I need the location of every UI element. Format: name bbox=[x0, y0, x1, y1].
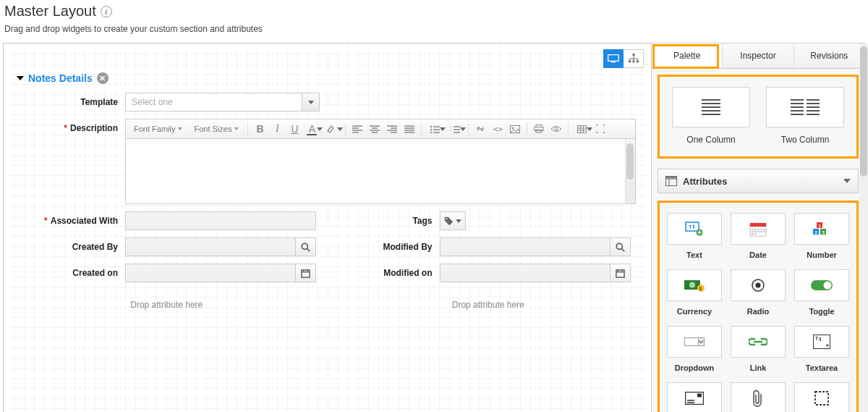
attr-spacer[interactable]: Spacer bbox=[794, 382, 849, 412]
chevron-down-icon bbox=[843, 179, 851, 183]
palette-sidebar: Palette Inspector Revisions One Column T… bbox=[652, 43, 864, 412]
svg-rect-35 bbox=[760, 229, 762, 230]
associated-with-field[interactable] bbox=[125, 211, 316, 230]
rte-align-left-button[interactable] bbox=[349, 121, 365, 137]
rte-fullscreen-button[interactable] bbox=[592, 121, 608, 137]
created-on-datepicker-button[interactable] bbox=[296, 264, 316, 282]
svg-rect-40 bbox=[760, 231, 762, 232]
view-tree-button[interactable] bbox=[624, 49, 644, 68]
rte-preview-button[interactable] bbox=[548, 121, 564, 137]
layout-one-column[interactable]: One Column bbox=[672, 87, 750, 145]
layout-two-column[interactable]: Two Column bbox=[766, 87, 844, 145]
svg-point-19 bbox=[302, 243, 307, 249]
info-icon[interactable]: i bbox=[101, 6, 112, 17]
section-collapse-icon[interactable] bbox=[17, 76, 24, 80]
template-select-dropdown-button[interactable] bbox=[302, 93, 320, 112]
rte-table-button[interactable] bbox=[572, 121, 591, 137]
created-by-lookup-button[interactable] bbox=[296, 237, 316, 256]
attr-toggle[interactable]: Toggle bbox=[794, 269, 849, 316]
sidebar-tabs: Palette Inspector Revisions bbox=[652, 43, 864, 69]
rte-image-button[interactable] bbox=[507, 121, 523, 137]
description-editor: Font Family Font Sizes B I U A 12 bbox=[125, 119, 636, 204]
svg-rect-32 bbox=[752, 229, 754, 230]
attr-link-label: Link bbox=[731, 363, 786, 372]
svg-rect-2 bbox=[632, 54, 634, 56]
drop-zone-left[interactable]: Drop attribute here bbox=[17, 300, 317, 310]
modified-by-lookup-button[interactable] bbox=[610, 237, 631, 256]
attr-link[interactable]: Link bbox=[731, 326, 786, 372]
rte-font-size-dropdown[interactable]: Font Sizes bbox=[189, 122, 244, 136]
svg-rect-38 bbox=[754, 231, 757, 232]
svg-line-20 bbox=[307, 248, 310, 251]
tab-inspector[interactable]: Inspector bbox=[723, 43, 793, 68]
page-scrollbar[interactable] bbox=[859, 43, 868, 412]
rte-align-center-button[interactable] bbox=[367, 121, 383, 137]
rte-align-right-button[interactable] bbox=[384, 121, 400, 137]
rte-italic-button[interactable]: I bbox=[269, 121, 285, 137]
drop-zone-right[interactable]: Drop attribute here bbox=[339, 300, 639, 310]
attr-textarea[interactable]: T Textarea bbox=[794, 326, 849, 372]
modified-on-datepicker-button[interactable] bbox=[610, 264, 631, 282]
attr-dropdown-label: Dropdown bbox=[667, 363, 722, 372]
template-select[interactable]: Select one bbox=[125, 93, 320, 112]
description-textarea[interactable] bbox=[125, 139, 636, 204]
modified-by-field[interactable] bbox=[440, 237, 610, 256]
attr-address[interactable]: Address bbox=[667, 382, 722, 412]
svg-point-16 bbox=[555, 127, 558, 130]
attr-text-label: Text bbox=[667, 251, 722, 259]
template-label: Template bbox=[17, 97, 125, 107]
rte-font-size-label: Font Sizes bbox=[194, 125, 231, 133]
svg-text:2: 2 bbox=[450, 128, 451, 132]
svg-point-21 bbox=[616, 243, 622, 249]
tab-palette[interactable]: Palette bbox=[652, 43, 723, 68]
svg-rect-43 bbox=[754, 233, 757, 235]
rte-bold-button[interactable]: B bbox=[252, 121, 268, 137]
svg-rect-1 bbox=[611, 62, 615, 62]
created-on-field[interactable] bbox=[125, 264, 296, 282]
svg-point-12 bbox=[512, 127, 514, 129]
attr-file[interactable]: File bbox=[731, 382, 786, 412]
attr-date[interactable]: Date bbox=[731, 213, 786, 259]
rte-toolbar: Font Family Font Sizes B I U A 12 bbox=[125, 119, 636, 139]
svg-text:$: $ bbox=[699, 286, 702, 292]
svg-rect-39 bbox=[757, 231, 760, 232]
tags-field[interactable] bbox=[440, 211, 466, 230]
layout-canvas[interactable]: Notes Details ✕ Template Select one Desc… bbox=[4, 43, 652, 412]
modified-on-field[interactable] bbox=[440, 264, 610, 282]
svg-point-8 bbox=[430, 131, 432, 133]
svg-rect-27 bbox=[686, 222, 699, 231]
section-title[interactable]: Notes Details bbox=[28, 72, 93, 84]
rte-code-button[interactable]: <> bbox=[490, 121, 506, 137]
attributes-title: Attributes bbox=[683, 176, 727, 187]
rte-text-color-button[interactable]: A bbox=[304, 121, 320, 137]
close-section-icon[interactable]: ✕ bbox=[97, 72, 109, 84]
attr-number[interactable]: 123 Number bbox=[794, 213, 849, 259]
rte-bg-color-button[interactable] bbox=[321, 121, 341, 137]
attributes-accordion-header[interactable]: Attributes bbox=[658, 169, 859, 193]
rte-font-family-dropdown[interactable]: Font Family bbox=[129, 122, 187, 136]
rte-align-justify-button[interactable] bbox=[401, 121, 417, 137]
modified-by-label: Modified By bbox=[339, 242, 440, 252]
rte-underline-button[interactable]: U bbox=[286, 121, 302, 137]
rte-number-list-button[interactable]: 12 bbox=[446, 121, 464, 137]
view-desktop-button[interactable] bbox=[603, 49, 624, 68]
attr-currency[interactable]: $ Currency bbox=[667, 269, 722, 316]
chevron-down-icon bbox=[456, 219, 461, 223]
chevron-down-icon bbox=[308, 101, 314, 104]
rte-link-button[interactable] bbox=[472, 121, 488, 137]
rte-bullet-list-button[interactable] bbox=[425, 121, 444, 137]
svg-rect-4 bbox=[632, 60, 634, 62]
svg-rect-33 bbox=[754, 229, 757, 230]
svg-rect-64 bbox=[815, 392, 828, 405]
created-by-field[interactable] bbox=[125, 237, 296, 256]
attr-radio[interactable]: Radio bbox=[731, 269, 786, 316]
rte-print-button[interactable] bbox=[531, 121, 547, 137]
rte-font-family-label: Font Family bbox=[134, 125, 175, 133]
svg-rect-31 bbox=[750, 223, 766, 227]
attr-dropdown[interactable]: Dropdown bbox=[667, 326, 722, 372]
tab-revisions[interactable]: Revisions bbox=[794, 43, 864, 68]
svg-point-51 bbox=[689, 282, 695, 288]
attr-text[interactable]: T Text bbox=[667, 213, 722, 259]
svg-rect-24 bbox=[616, 269, 624, 277]
rte-scrollbar[interactable] bbox=[625, 139, 635, 203]
